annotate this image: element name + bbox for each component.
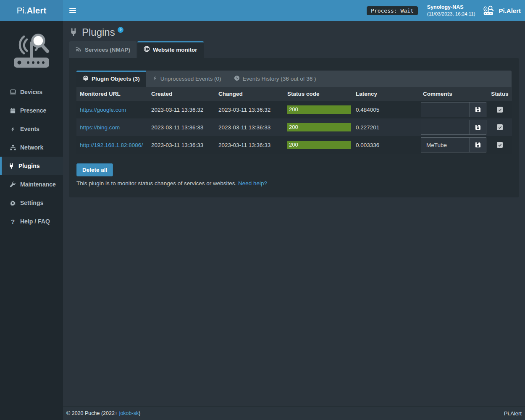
navbar-brand-label: Pi.Alert [499, 7, 521, 14]
status-checkbox[interactable] [497, 124, 503, 130]
need-help-link[interactable]: Need help? [238, 180, 267, 186]
plug-icon [8, 163, 15, 169]
status-cell [488, 101, 512, 118]
sitemap-icon [9, 144, 16, 151]
monitored-url-link[interactable]: http://192.168.1.82:8086/ [80, 142, 143, 148]
column-header-comments: Comments [420, 87, 488, 101]
comment-input[interactable] [421, 120, 469, 134]
bolt-icon [152, 75, 158, 82]
monitored-url-link[interactable]: https://bing.com [80, 124, 120, 131]
website-monitor-panel: Plugin Objects (3) Unprocessed Events (0… [69, 58, 519, 197]
latency-cell: 0.003336 [352, 136, 420, 154]
calendar-icon [9, 108, 16, 114]
plugin-object-tabs: Plugin Objects (3) Unprocessed Events (0… [76, 71, 512, 87]
url-cell: https://bing.com [76, 118, 148, 136]
plugin-description: This plugin is to monitor status changes… [76, 180, 512, 186]
sidebar-item-help-faq[interactable]: ? Help / FAQ [0, 212, 63, 231]
changed-cell: 2023-03-11 13:36:32 [215, 101, 284, 118]
tab-unprocessed-events[interactable]: Unprocessed Events (0) [146, 71, 228, 87]
sidebar-item-label: Settings [20, 200, 43, 206]
monitored-url-link[interactable]: https://google.com [80, 107, 126, 113]
sidebar-item-network[interactable]: Network [0, 138, 63, 157]
plug-icon [69, 28, 78, 39]
table-row: http://192.168.1.82:8086/ 2023-03-11 13:… [76, 136, 512, 154]
footer: © 2020 Puche (2022+ jokob-sk) Pi.Alert [63, 406, 525, 420]
status-code-bar: 200 [287, 123, 351, 131]
delete-all-button[interactable]: Delete all [76, 163, 113, 176]
sidebar-item-label: Presence [20, 107, 46, 114]
save-comment-button[interactable] [469, 120, 486, 134]
sidebar-item-label: Help / FAQ [20, 218, 50, 225]
tab-website-monitor[interactable]: Website monitor [137, 41, 204, 58]
sidebar-item-maintenance[interactable]: Maintenance [0, 175, 63, 194]
save-comment-button[interactable] [469, 102, 486, 117]
cube-icon [83, 75, 89, 82]
column-header-latency: Latency [352, 87, 420, 101]
wrench-icon [9, 181, 16, 188]
column-header-status: Status [488, 87, 512, 101]
title-help-badge[interactable]: ? [118, 27, 123, 33]
latency-cell: 0.227201 [352, 118, 420, 136]
plugin-tabs: Services (NMAP) Website monitor [69, 41, 519, 58]
footer-brand: Pi.Alert [504, 410, 522, 417]
pialert-logo-graphic [11, 32, 52, 71]
comment-cell [420, 136, 488, 154]
check-icon [498, 143, 502, 147]
router-search-icon [483, 5, 495, 16]
sidebar-item-events[interactable]: Events [0, 120, 63, 138]
sidebar-item-label: Plugins [18, 163, 40, 169]
status-cell [488, 118, 512, 136]
tab-label: Unprocessed Events (0) [160, 76, 221, 82]
sidebar: Devices Presence Events Network Plugins [0, 21, 63, 420]
changed-cell: 2023-03-11 13:36:33 [215, 118, 284, 136]
status-checkbox[interactable] [497, 142, 503, 148]
table-row: https://bing.com 2023-03-11 13:36:33 202… [76, 118, 512, 136]
save-comment-button[interactable] [469, 138, 486, 152]
tab-services-nmap[interactable]: Services (NMAP) [69, 41, 136, 58]
navbar-brand[interactable]: Pi.Alert [483, 5, 521, 16]
copyright-suffix: ) [139, 410, 140, 416]
status-checkbox[interactable] [497, 107, 503, 113]
column-header-created: Created [148, 87, 215, 101]
column-header-url: Monitored URL [76, 87, 148, 101]
copyright-text: © 2020 Puche (2022+ [66, 410, 119, 416]
comment-input[interactable] [421, 102, 469, 117]
plugin-objects-table: Monitored URL Created Changed Status cod… [76, 87, 512, 154]
url-cell: http://192.168.1.82:8086/ [76, 136, 148, 154]
sidebar-toggle-button[interactable] [63, 0, 82, 21]
sidebar-item-devices[interactable]: Devices [0, 83, 63, 101]
tab-label: Website monitor [153, 47, 197, 53]
host-name: Synology-NAS [427, 4, 475, 10]
page-title: Plugins [82, 26, 115, 39]
top-navbar: Process: Wait Synology-NAS (11/03/2023, … [63, 0, 525, 21]
status-code-cell: 200 [284, 101, 352, 118]
tab-label: Services (NMAP) [85, 47, 130, 53]
sidebar-item-plugins[interactable]: Plugins [0, 157, 63, 175]
table-header-row: Monitored URL Created Changed Status cod… [76, 87, 512, 101]
copyright: © 2020 Puche (2022+ jokob-sk) [66, 410, 140, 416]
sidebar-item-presence[interactable]: Presence [0, 101, 63, 120]
globe-icon [144, 46, 150, 53]
changed-cell: 2023-03-11 13:36:33 [215, 136, 284, 154]
comment-input[interactable] [421, 138, 469, 152]
table-row: https://google.com 2023-03-11 13:36:32 2… [76, 101, 512, 118]
status-cell [488, 136, 512, 154]
check-icon [498, 108, 502, 112]
tab-plugin-objects[interactable]: Plugin Objects (3) [76, 71, 146, 87]
plugin-description-text: This plugin is to monitor status changes… [76, 180, 236, 186]
tab-events-history[interactable]: Events History (36 out of 36 ) [228, 71, 323, 87]
sidebar-item-settings[interactable]: Settings [0, 194, 63, 212]
status-code-bar: 200 [287, 141, 351, 149]
app-logo[interactable]: Pi.Alert [0, 0, 63, 21]
question-icon: ? [9, 218, 16, 225]
jokob-sk-link[interactable]: jokob-sk [119, 410, 139, 416]
clock-icon [234, 75, 240, 82]
column-header-changed: Changed [215, 87, 284, 101]
sidebar-item-label: Devices [20, 89, 42, 95]
url-cell: https://google.com [76, 101, 148, 118]
created-cell: 2023-03-11 13:36:32 [148, 101, 215, 118]
column-header-status-code: Status code [284, 87, 352, 101]
host-info: Synology-NAS (11/03/2023, 16:24:11) [427, 4, 475, 17]
floppy-save-icon [475, 107, 481, 113]
bolt-icon [9, 126, 16, 132]
